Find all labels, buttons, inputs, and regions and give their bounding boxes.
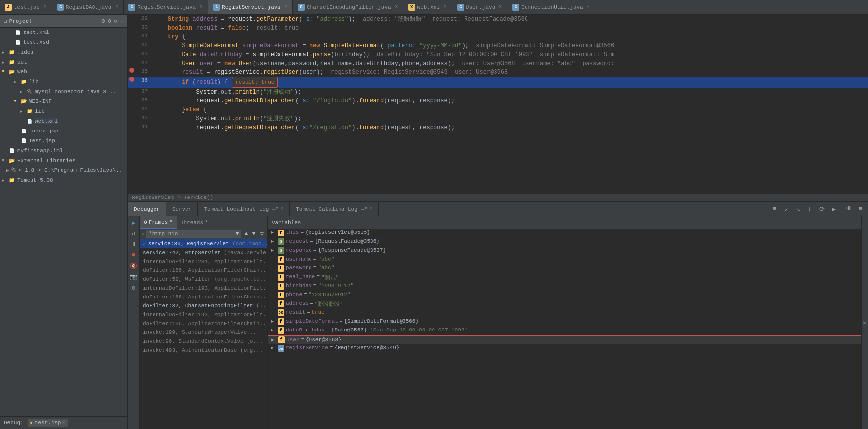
var-password[interactable]: f password = "abc" bbox=[268, 264, 861, 273]
frame-item-7[interactable]: doFilter:32, CharsetEncodingFilter (... bbox=[140, 301, 267, 310]
thread-dropdown[interactable]: *http-nio-... ▼ bbox=[146, 230, 241, 238]
settings2-btn[interactable]: ⚙ bbox=[129, 283, 138, 292]
var-registservice[interactable]: ▶ oo registService = {RegistService@3549… bbox=[268, 344, 861, 353]
step-out-btn[interactable]: ↘ bbox=[793, 204, 804, 215]
tab-close[interactable]: × bbox=[115, 4, 118, 10]
frames-tab[interactable]: ⚙ Frames * bbox=[140, 216, 177, 229]
sort-up-icon[interactable]: ▲ bbox=[243, 231, 249, 237]
tomcat-catalina-close[interactable]: × bbox=[370, 206, 372, 212]
var-expand[interactable]: ▶ bbox=[271, 238, 278, 244]
var-simpledateformat[interactable]: ▶ f simpleDateFormat = {SimpleDateFormat… bbox=[268, 318, 861, 327]
collapse-icon[interactable]: ⊖ bbox=[108, 18, 111, 24]
threads-tab[interactable]: Threads * bbox=[177, 216, 212, 229]
tab-close[interactable]: × bbox=[284, 4, 287, 10]
bp-area-35[interactable] bbox=[128, 68, 136, 73]
var-request[interactable]: ▶ p request = {RequestFacade@3536} bbox=[268, 238, 861, 247]
var-address[interactable]: f address = "盼盼盼盼" bbox=[268, 300, 861, 309]
tree-item-iml[interactable]: 📄 myfirstapp.iml bbox=[0, 146, 127, 156]
tab-connectionutil[interactable]: C ConnectionUtil.java × bbox=[507, 0, 595, 15]
tab-close[interactable]: × bbox=[587, 4, 590, 10]
snapshot-btn[interactable]: 📷 bbox=[129, 272, 138, 281]
tree-item-out[interactable]: ▶ 📁 out bbox=[0, 57, 127, 67]
frame-item-11[interactable]: invoke:96, StandardContextValve (o... bbox=[140, 337, 267, 346]
var-expand[interactable]: ▶ bbox=[271, 247, 278, 253]
breakpoint-dot-36[interactable] bbox=[129, 77, 134, 82]
tree-item-test-xsd[interactable]: 📄 test.xsd bbox=[0, 37, 127, 47]
tab-registservlet[interactable]: C RegistServlet.java × bbox=[208, 0, 293, 15]
tomcat-localhost-close[interactable]: × bbox=[280, 206, 283, 212]
frame-item-5[interactable]: internalDoFilter:193, ApplicationFilt... bbox=[140, 284, 267, 293]
settings-icon[interactable]: ⚙ bbox=[114, 18, 118, 24]
watch-btn[interactable]: 👁 bbox=[843, 204, 854, 215]
step-into-btn[interactable]: ↙ bbox=[781, 204, 792, 215]
breakpoint-dot-35[interactable] bbox=[129, 68, 134, 73]
evaluate-btn[interactable]: ⟳ bbox=[816, 204, 827, 215]
tree-item-jdk18[interactable]: ▶ 🔌 < 1.8 > C:\Program Files\Java\... bbox=[0, 165, 127, 175]
tree-item-webxml[interactable]: 📄 web.xml bbox=[0, 116, 127, 126]
var-response[interactable]: ▶ p response = {ResponseFacade@3537} bbox=[268, 247, 861, 256]
var-birthday[interactable]: f birthday = "1993-9-12" bbox=[268, 282, 861, 291]
var-expand[interactable]: ▶ bbox=[271, 327, 278, 333]
sort-down-icon[interactable]: ▼ bbox=[251, 231, 257, 237]
debug-test-tab[interactable]: ▶ test.jsp × bbox=[28, 419, 68, 427]
mute-btn[interactable]: 🔇 bbox=[129, 262, 138, 270]
tree-item-mysql[interactable]: ▶ 🔌 mysql-connector-java-8... bbox=[0, 87, 127, 97]
frame-item-12[interactable]: invoke:493, AuthenticatorBase (org... bbox=[140, 346, 267, 355]
tab-close[interactable]: × bbox=[499, 4, 502, 10]
pause-btn[interactable]: ⏸ bbox=[129, 240, 138, 249]
tree-item-test-xml[interactable]: 📄 test.xml bbox=[0, 28, 127, 37]
tab-registdao[interactable]: C RegistDAO.java × bbox=[52, 0, 124, 15]
tab-close[interactable]: × bbox=[44, 4, 47, 10]
tree-item-web[interactable]: ▼ 📂 web bbox=[0, 67, 127, 77]
tab-registservice[interactable]: C RegistService.java × bbox=[124, 0, 208, 15]
frame-item-2[interactable]: internalDoFilter:231, ApplicationFilt... bbox=[140, 257, 267, 266]
tab-close[interactable]: × bbox=[200, 4, 203, 10]
tab-tomcat-catalina[interactable]: Tomcat Catalina Log →* × bbox=[290, 202, 378, 216]
var-expand[interactable]: ▶ bbox=[271, 230, 278, 235]
tree-item-idea[interactable]: ▶ 📁 .idea bbox=[0, 47, 127, 57]
frame-item-9[interactable]: doFilter:166, ApplicationFilterChain... bbox=[140, 319, 267, 328]
tab-tomcat-localhost[interactable]: Tomcat Localhost Log →* × bbox=[198, 202, 290, 216]
tree-item-indexjsp[interactable]: 📄 index.jsp bbox=[0, 126, 127, 136]
frame-item-4[interactable]: doFilter:52, WsFilter (org.apache.to... bbox=[140, 275, 267, 284]
var-datebirthday[interactable]: ▶ f dateBirthday = {Date@3567} "Sun Sep … bbox=[268, 327, 861, 335]
var-expand[interactable]: ▶ bbox=[271, 345, 278, 351]
var-result[interactable]: oo result = true bbox=[268, 309, 861, 318]
code-scroll[interactable]: 29 String address = request.getParameter… bbox=[128, 15, 868, 194]
step-over-btn[interactable]: ≡ bbox=[769, 204, 780, 215]
filter-icon[interactable]: ▽ bbox=[259, 231, 265, 238]
tab-test-jsp[interactable]: J test.jsp × bbox=[0, 0, 52, 15]
tree-item-extlibs[interactable]: ▼ 📂 External Libraries bbox=[0, 156, 127, 165]
var-phone[interactable]: f phone = "12345678912" bbox=[268, 291, 861, 300]
stop-btn[interactable]: ■ bbox=[129, 251, 138, 260]
frame-item-8[interactable]: internalDoFilter:193, ApplicationFilt... bbox=[140, 310, 267, 319]
run-to-cursor-btn[interactable]: ↓ bbox=[805, 204, 815, 215]
bp-area-36[interactable] bbox=[128, 77, 136, 82]
tree-item-tomcat[interactable]: ▶ 📁 Tomcat 5.38 bbox=[0, 175, 127, 185]
resume-btn[interactable]: ▶ bbox=[129, 218, 138, 227]
close-icon[interactable]: — bbox=[120, 18, 124, 24]
var-username[interactable]: f username = "abc" bbox=[268, 256, 861, 264]
tree-item-webinf[interactable]: ▼ 📂 WEB-INF bbox=[0, 97, 127, 106]
tab-charsetfilter[interactable]: C CharsetEncodingFilter.java × bbox=[293, 0, 403, 15]
frame-item-6[interactable]: doFilter:166, ApplicationFilterChain... bbox=[140, 293, 267, 301]
frame-item-1[interactable]: service:742, HttpServlet (javax.servle..… bbox=[140, 248, 267, 257]
debug-tab-close[interactable]: × bbox=[62, 420, 65, 426]
refresh-btn[interactable]: ↺ bbox=[129, 229, 138, 238]
var-expand[interactable]: ▶ bbox=[271, 318, 278, 324]
frame-item-10[interactable]: invoke:199, StandardWrapperValve... bbox=[140, 328, 267, 337]
tree-item-lib[interactable]: ▶ 📁 lib bbox=[0, 77, 127, 87]
evaluate2-btn[interactable]: ▶ bbox=[828, 204, 839, 215]
frame-item-0[interactable]: ✓ service:36, RegistServlet (com.imoo... bbox=[140, 239, 267, 248]
frame-item-3[interactable]: doFilter:166, ApplicationFilterChain... bbox=[140, 266, 267, 275]
settings-btn[interactable]: ≡ bbox=[855, 204, 866, 215]
tree-item-testjsp[interactable]: 📄 test.jsp bbox=[0, 136, 127, 146]
expand-icon[interactable]: ⊕ bbox=[102, 18, 105, 24]
tab-webxml[interactable]: X web.xml × bbox=[403, 0, 452, 15]
var-user[interactable]: ▶ f user = {User@3568} bbox=[268, 335, 861, 344]
tab-userjava[interactable]: C User.java × bbox=[452, 0, 507, 15]
var-this[interactable]: ▶ f this = {RegistServlet@3535} bbox=[268, 229, 861, 238]
tab-close[interactable]: × bbox=[444, 4, 447, 10]
var-realname[interactable]: f real_name = "测试" bbox=[268, 273, 861, 282]
tab-debugger[interactable]: Debugger bbox=[128, 202, 166, 216]
